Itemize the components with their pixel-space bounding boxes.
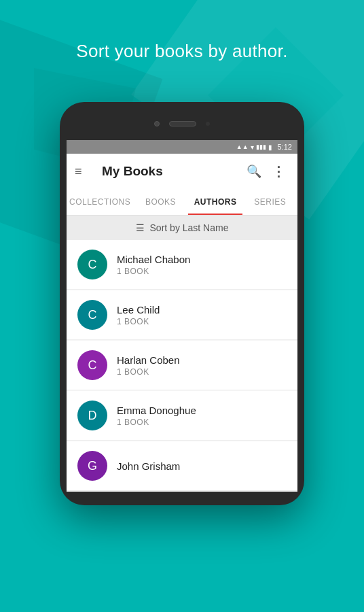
list-item[interactable]: C Harlan Coben 1 BOOK: [67, 341, 297, 390]
author-name: Harlan Coben: [117, 354, 180, 366]
list-item[interactable]: G John Grisham: [67, 441, 297, 491]
status-icons: ▲▲ ▾ ▮▮▮ ▮: [236, 143, 272, 151]
author-name: Michael Chabon: [117, 254, 190, 265]
signal-icon: ▲▲: [236, 143, 249, 150]
sort-bar[interactable]: ☰ Sort by Last Name: [67, 216, 297, 240]
search-button[interactable]: 🔍: [243, 160, 265, 182]
author-book-count: 1 BOOK: [117, 418, 196, 427]
author-list: C Michael Chabon 1 BOOK C Lee Child 1 BO…: [67, 240, 297, 491]
author-name: Lee Child: [117, 304, 160, 316]
list-item[interactable]: C Michael Chabon 1 BOOK: [67, 240, 297, 290]
proximity-sensor: [206, 122, 210, 126]
tab-series[interactable]: SERIES: [242, 189, 297, 215]
phone-screen: ▲▲ ▾ ▮▮▮ ▮ 5:12 ≡ My Books 🔍 ⋮: [67, 140, 297, 492]
sort-label: Sort by Last Name: [150, 222, 229, 233]
author-info: Harlan Coben 1 BOOK: [117, 354, 180, 377]
phone-body: ▲▲ ▾ ▮▮▮ ▮ 5:12 ≡ My Books 🔍 ⋮: [60, 102, 304, 505]
author-book-count: 1 BOOK: [117, 267, 190, 276]
tab-authors[interactable]: AUTHORS: [188, 189, 243, 215]
battery-icon: ▮: [268, 143, 272, 151]
avatar: C: [77, 250, 107, 279]
author-book-count: 1 BOOK: [117, 367, 180, 377]
earpiece: [169, 121, 196, 126]
avatar: D: [77, 401, 107, 430]
avatar: G: [77, 451, 107, 481]
author-name: John Grisham: [117, 460, 180, 472]
tagline: Sort your books by author.: [0, 41, 364, 62]
author-info: Lee Child 1 BOOK: [117, 304, 160, 326]
author-info: Emma Donoghue 1 BOOK: [117, 405, 196, 427]
author-info: Michael Chabon 1 BOOK: [117, 254, 190, 276]
author-name: Emma Donoghue: [117, 405, 196, 416]
menu-icon[interactable]: ≡: [75, 165, 96, 179]
list-item[interactable]: D Emma Donoghue 1 BOOK: [67, 391, 297, 441]
tab-collections[interactable]: COLLECTIONS: [67, 189, 133, 215]
app-bar: ≡ My Books 🔍 ⋮: [67, 154, 297, 189]
wifi-icon: ▾: [251, 143, 254, 151]
avatar: C: [77, 300, 107, 330]
signal-bars-icon: ▮▮▮: [256, 143, 266, 150]
tab-books[interactable]: BOOKS: [133, 189, 188, 215]
author-info: John Grisham: [117, 460, 180, 472]
sort-icon: ☰: [136, 222, 145, 233]
phone-device: ▲▲ ▾ ▮▮▮ ▮ 5:12 ≡ My Books 🔍 ⋮: [60, 102, 304, 505]
search-icon: 🔍: [247, 164, 261, 179]
author-book-count: 1 BOOK: [117, 317, 160, 326]
list-item[interactable]: C Lee Child 1 BOOK: [67, 290, 297, 340]
avatar: C: [77, 350, 107, 380]
front-camera: [154, 121, 160, 126]
app-bar-actions: 🔍 ⋮: [243, 160, 289, 182]
phone-top-bar: [67, 113, 297, 135]
status-bar: ▲▲ ▾ ▮▮▮ ▮ 5:12: [67, 140, 297, 154]
app-title: My Books: [102, 164, 243, 179]
status-time: 5:12: [278, 143, 292, 151]
tab-bar: COLLECTIONS BOOKS AUTHORS SERIES: [67, 189, 297, 216]
more-options-button[interactable]: ⋮: [268, 160, 289, 182]
more-icon: ⋮: [272, 163, 285, 180]
